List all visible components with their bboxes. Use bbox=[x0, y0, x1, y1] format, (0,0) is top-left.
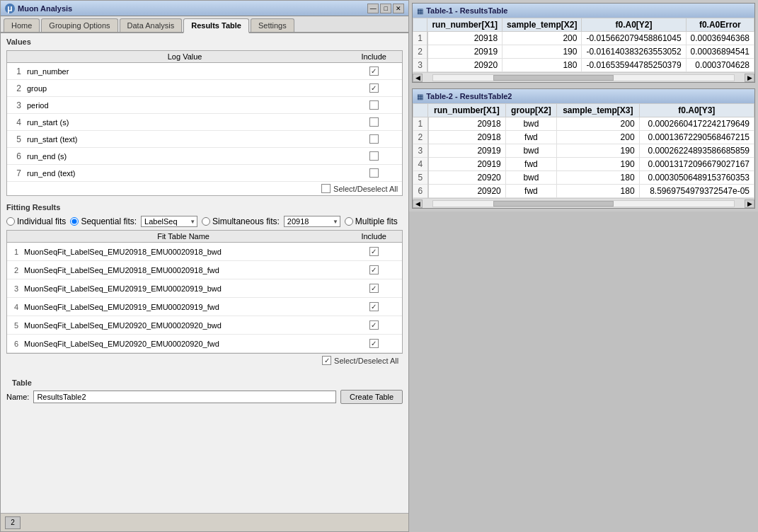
values-row: 6 run_end (s) bbox=[7, 148, 402, 165]
hscroll-thumb[interactable] bbox=[493, 201, 614, 207]
fit-name: MuonSeqFit_LabelSeq_EMU20918_EMU00020918… bbox=[21, 248, 345, 256]
table1-window: ▦ Table-1 - ResultsTable run_number[X1] … bbox=[412, 3, 755, 83]
values-row: 7 run_end (text) bbox=[7, 165, 402, 182]
fit-select-deselect-row: ✓ Select/Deselect All bbox=[6, 354, 403, 367]
values-select-deselect-row: Select/Deselect All bbox=[7, 182, 402, 195]
hscroll-track[interactable] bbox=[432, 74, 735, 81]
tab-grouping-options[interactable]: Grouping Options bbox=[41, 18, 117, 32]
create-table-button[interactable]: Create Table bbox=[340, 390, 403, 404]
values-row: 3 period bbox=[7, 97, 402, 114]
window-controls: — □ ✕ bbox=[367, 4, 404, 13]
include-header: Include bbox=[345, 52, 402, 61]
fit-include-checkbox[interactable] bbox=[369, 265, 379, 274]
hscroll-track[interactable] bbox=[432, 200, 735, 207]
bottom-gray-area bbox=[409, 212, 758, 532]
table-section: Table Name: Create Table bbox=[6, 374, 403, 404]
include-checkbox[interactable] bbox=[369, 83, 379, 93]
hscroll-thumb[interactable] bbox=[493, 75, 614, 81]
select-deselect-label: Select/Deselect All bbox=[333, 185, 398, 193]
sequential-fits-option[interactable]: Sequential fits: bbox=[70, 216, 137, 226]
right-panel: ▦ Table-1 - ResultsTable run_number[X1] … bbox=[409, 0, 758, 532]
table-name-input[interactable] bbox=[33, 391, 336, 403]
include-checkbox[interactable] bbox=[369, 117, 379, 127]
include-checkbox[interactable] bbox=[369, 100, 379, 110]
fit-table: Fit Table Name Include 1 MuonSeqFit_Labe… bbox=[6, 230, 403, 354]
hscroll-left-btn[interactable]: ◀ bbox=[413, 74, 423, 82]
tab-home[interactable]: Home bbox=[4, 18, 40, 32]
include-checkbox[interactable] bbox=[369, 134, 379, 144]
fit-name: MuonSeqFit_LabelSeq_EMU20919_EMU00020919… bbox=[21, 284, 345, 293]
fit-table-row: 6 MuonSeqFit_LabelSeq_EMU20920_EMU000209… bbox=[7, 335, 402, 353]
close-button[interactable]: ✕ bbox=[393, 4, 404, 13]
sequential-fits-dropdown[interactable]: LabelSeq bbox=[141, 216, 197, 227]
fit-include-checkbox[interactable] bbox=[369, 302, 379, 311]
table2-idx-header bbox=[413, 104, 428, 117]
fit-table-name-header: Fit Table Name bbox=[21, 232, 345, 241]
select-deselect-checkbox[interactable] bbox=[321, 184, 331, 193]
table1-title-bar: ▦ Table-1 - ResultsTable bbox=[413, 4, 754, 18]
fitting-section-label: Fitting Results bbox=[6, 203, 403, 212]
values-table-header: Log Value Include bbox=[7, 51, 402, 63]
table2-scroll-area[interactable]: run_number[X1] group[X2] sample_temp[X3]… bbox=[413, 103, 754, 198]
log-value-name: run_start (s) bbox=[24, 118, 345, 127]
log-value-name: run_start (text) bbox=[24, 135, 345, 144]
table1-data: run_number[X1] sample_temp[X2] f0.A0[Y2]… bbox=[413, 18, 754, 72]
minimize-button[interactable]: — bbox=[367, 4, 379, 13]
log-value-header: Log Value bbox=[24, 52, 345, 61]
table1-idx-header bbox=[413, 18, 427, 32]
fit-include-checkbox[interactable] bbox=[369, 320, 379, 330]
table1-icon: ▦ bbox=[417, 7, 423, 15]
hscroll-right-btn[interactable]: ▶ bbox=[745, 74, 754, 82]
fit-table-include-header: Include bbox=[345, 232, 402, 241]
table1-scroll-area[interactable]: run_number[X1] sample_temp[X2] f0.A0[Y2]… bbox=[413, 18, 754, 72]
fit-name: MuonSeqFit_LabelSeq_EMU20919_EMU00020919… bbox=[21, 303, 345, 311]
values-row: 5 run_start (text) bbox=[7, 131, 402, 148]
include-checkbox[interactable] bbox=[369, 66, 379, 76]
table-name-row: Name: Create Table bbox=[6, 390, 403, 404]
table2-title: Table-2 - ResultsTable2 bbox=[426, 92, 512, 100]
table2-hscroll[interactable]: ◀ ▶ bbox=[413, 198, 754, 208]
include-checkbox[interactable] bbox=[369, 168, 379, 178]
sequential-fits-radio[interactable] bbox=[70, 217, 79, 226]
hscroll-right-btn[interactable]: ▶ bbox=[745, 200, 754, 208]
fit-table-row: 4 MuonSeqFit_LabelSeq_EMU20919_EMU000209… bbox=[7, 298, 402, 316]
values-rows-container: 1 run_number 2 group 3 per bbox=[7, 63, 402, 182]
fit-table-row: 2 MuonSeqFit_LabelSeq_EMU20918_EMU000209… bbox=[7, 261, 402, 279]
values-row: 1 run_number bbox=[7, 63, 402, 80]
values-table: Log Value Include 1 run_number 2 group bbox=[6, 50, 403, 196]
simultaneous-fits-option[interactable]: Simultaneous fits: bbox=[202, 216, 280, 226]
hscroll-left-btn[interactable]: ◀ bbox=[413, 200, 423, 208]
fit-select-deselect-checkbox[interactable]: ✓ bbox=[322, 356, 331, 365]
table1-hscroll[interactable]: ◀ ▶ bbox=[413, 72, 754, 82]
table2-col2-header: group[X2] bbox=[505, 104, 556, 117]
log-value-name: run_number bbox=[24, 67, 345, 76]
values-section-label: Values bbox=[6, 37, 403, 46]
bottom-tab-bar: 2 bbox=[1, 513, 408, 531]
tab-results-table[interactable]: Results Table bbox=[183, 18, 249, 33]
fit-include-checkbox[interactable] bbox=[369, 339, 379, 348]
table-row: 3 20919 bwd 190 0.00026224893586685859 bbox=[413, 144, 754, 158]
title-bar: μ Muon Analysis — □ ✕ bbox=[1, 1, 408, 16]
table2-window: ▦ Table-2 - ResultsTable2 run_number[X1]… bbox=[412, 88, 755, 209]
individual-fits-radio[interactable] bbox=[6, 217, 15, 226]
left-content: Values Log Value Include 1 run_number 2 bbox=[1, 33, 408, 513]
individual-fits-option[interactable]: Individual fits bbox=[6, 216, 66, 226]
table-row: 2 20918 fwd 200 0.00013672290568467215 bbox=[413, 131, 754, 144]
values-row: 4 run_start (s) bbox=[7, 114, 402, 131]
fit-include-checkbox[interactable] bbox=[369, 284, 379, 293]
simultaneous-fits-radio[interactable] bbox=[202, 217, 210, 226]
tab-settings[interactable]: Settings bbox=[251, 18, 294, 32]
multiple-fits-option[interactable]: Multiple fits bbox=[345, 216, 398, 226]
maximize-button[interactable]: □ bbox=[380, 4, 391, 13]
table-row: 1 20918 200 -0.015662079458861045 0.0003… bbox=[413, 32, 754, 45]
log-value-name: group bbox=[24, 84, 345, 93]
bottom-tab-num[interactable]: 2 bbox=[5, 516, 21, 529]
simultaneous-fits-dropdown[interactable]: 20918 bbox=[284, 216, 340, 227]
multiple-fits-radio[interactable] bbox=[345, 217, 353, 226]
fit-select-deselect-label: Select/Deselect All bbox=[334, 357, 398, 365]
tab-data-analysis[interactable]: Data Analysis bbox=[120, 18, 183, 32]
include-checkbox[interactable] bbox=[369, 151, 379, 161]
fit-include-checkbox[interactable] bbox=[369, 247, 379, 256]
app-title: Muon Analysis bbox=[18, 4, 72, 13]
left-panel: μ Muon Analysis — □ ✕ Home Grouping Opti… bbox=[0, 0, 409, 532]
